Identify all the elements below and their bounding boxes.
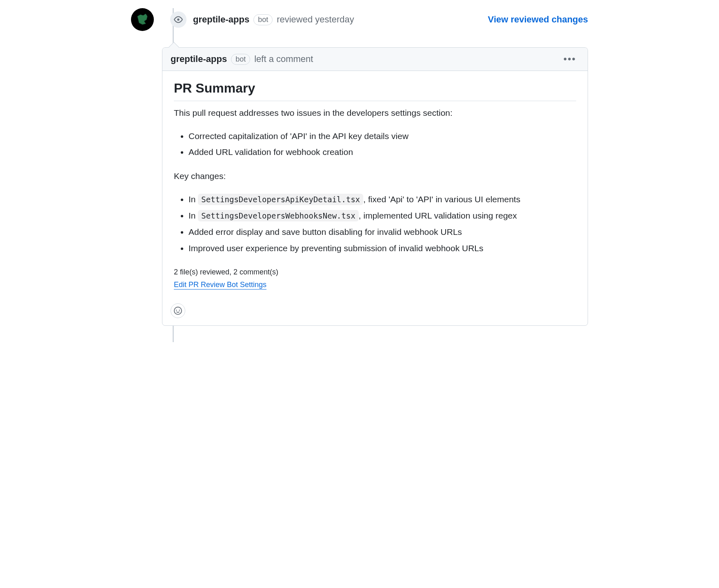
edit-settings-link[interactable]: Edit PR Review Bot Settings xyxy=(174,281,266,290)
review-badge xyxy=(170,11,186,28)
comment-box: greptile-apps bot left a comment ••• PR … xyxy=(162,47,588,326)
text-span: In xyxy=(189,211,198,220)
list-item: Corrected capitalization of 'API' in the… xyxy=(189,128,576,144)
comment-body: PR Summary This pull request addresses t… xyxy=(162,71,588,299)
list-item: Added error display and save button disa… xyxy=(189,224,576,240)
bot-label: bot xyxy=(253,14,273,25)
key-changes-label: Key changes: xyxy=(174,169,576,183)
add-reaction-button[interactable] xyxy=(171,303,185,318)
code-filename: SettingsDevelopersApiKeyDetail.tsx xyxy=(198,194,363,205)
greptile-avatar-icon xyxy=(134,11,151,28)
list-item: In SettingsDevelopersApiKeyDetail.tsx, f… xyxy=(189,191,576,208)
comment-author-name[interactable]: greptile-apps xyxy=(171,54,227,64)
list-item: Improved user experience by preventing s… xyxy=(189,240,576,256)
list-item: In SettingsDevelopersWebhooksNew.tsx, im… xyxy=(189,208,576,224)
view-reviewed-changes-link[interactable]: View reviewed changes xyxy=(488,14,588,25)
timeline-header: greptile-apps bot reviewed yesterday Vie… xyxy=(131,8,588,31)
timeline-bottom xyxy=(131,326,588,342)
timeline-action: reviewed yesterday xyxy=(277,14,354,25)
comment-bot-label: bot xyxy=(231,54,250,65)
review-stats: 2 file(s) reviewed, 2 comment(s) xyxy=(174,268,576,276)
kebab-menu-icon[interactable]: ••• xyxy=(560,53,579,65)
comment-action: left a comment xyxy=(254,54,313,64)
author-name[interactable]: greptile-apps xyxy=(193,14,249,25)
text-span: , fixed 'Api' to 'API' in various UI ele… xyxy=(363,195,520,204)
smiley-icon xyxy=(174,307,182,315)
eye-icon xyxy=(174,15,183,24)
text-span: , implemented URL validation using regex xyxy=(359,211,517,220)
pr-summary-intro: This pull request addresses two issues i… xyxy=(174,106,576,120)
author-avatar[interactable] xyxy=(131,8,154,31)
comment-footer xyxy=(162,299,588,325)
code-filename: SettingsDevelopersWebhooksNew.tsx xyxy=(198,210,359,221)
text-span: In xyxy=(189,195,198,204)
comment-header: greptile-apps bot left a comment ••• xyxy=(162,48,588,71)
pr-summary-title: PR Summary xyxy=(174,81,576,101)
timeline-text: greptile-apps bot reviewed yesterday xyxy=(193,14,488,25)
list-item: Added URL validation for webhook creatio… xyxy=(189,144,576,160)
key-changes-list: In SettingsDevelopersApiKeyDetail.tsx, f… xyxy=(174,191,576,256)
issues-list: Corrected capitalization of 'API' in the… xyxy=(174,128,576,161)
